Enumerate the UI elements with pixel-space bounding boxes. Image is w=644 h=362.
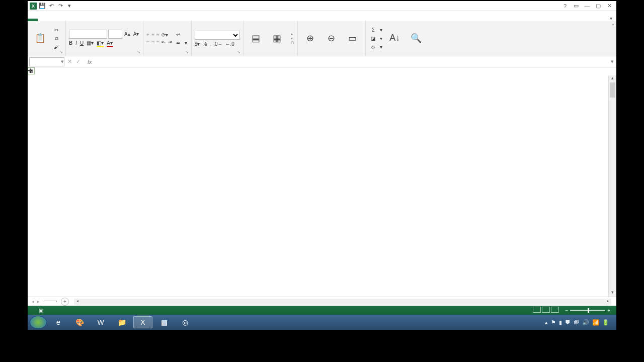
font-name-combo[interactable] [69,30,107,39]
format-as-table-button[interactable]: ▦ [268,32,287,46]
tray-battery-icon[interactable]: 🔋 [602,319,609,326]
scroll-left-icon[interactable]: ◂ [74,299,81,305]
clear-button[interactable]: ◇ ▾ [369,43,383,51]
enter-icon[interactable]: ✓ [76,58,80,65]
find-select-button[interactable]: 🔍 [407,32,426,46]
tray-icon[interactable]: ▴ [545,319,548,326]
comma-icon[interactable]: , [209,41,211,47]
indent-inc-icon[interactable]: ⇥ [168,39,172,45]
align-right-icon[interactable]: ≡ [156,39,159,45]
align-middle-icon[interactable]: ≡ [151,32,154,38]
scroll-thumb[interactable] [610,82,615,98]
taskbar-notepad-icon[interactable]: ▤ [154,316,174,328]
align-bottom-icon[interactable]: ≡ [156,32,159,38]
currency-icon[interactable]: $▾ [195,41,200,47]
format-button[interactable]: ▭ [343,32,362,46]
close-icon[interactable]: ✕ [605,3,613,10]
sheet-tab[interactable] [44,301,57,302]
zoom-in-icon[interactable]: + [607,308,610,313]
taskbar-word-icon[interactable]: W [91,316,110,328]
autosum-button[interactable]: Σ ▾ [369,26,383,34]
scroll-down-icon[interactable]: ▾ [609,290,616,297]
help-icon[interactable]: ? [561,3,569,10]
taskbar-paint-icon[interactable]: 🎨 [70,316,89,328]
collapse-ribbon-icon[interactable]: ˄ [610,21,616,56]
number-format-combo[interactable] [195,31,240,40]
excel-icon: X [30,3,37,10]
name-box[interactable]: ▾ [29,57,64,66]
font-size-combo[interactable] [108,30,122,39]
paste-button[interactable]: 📋 [31,32,50,46]
maximize-icon[interactable]: ▢ [594,3,602,10]
zoom-out-icon[interactable]: − [565,308,568,313]
account-name[interactable]: ▾ [610,16,616,21]
align-left-icon[interactable]: ≡ [146,39,149,45]
scroll-right-icon[interactable]: ▸ [604,299,611,305]
shrink-font-icon[interactable]: A▾ [132,30,140,38]
conditional-formatting-button[interactable]: ▤ [247,32,266,46]
cancel-icon[interactable]: ✕ [67,58,72,65]
launcher-icon[interactable]: ↘ [237,50,242,55]
tab-nav-last-icon[interactable]: ▸ [37,299,40,304]
percent-icon[interactable]: % [202,41,207,47]
orientation-icon[interactable]: ⟳▾ [162,32,168,38]
new-sheet-icon[interactable]: + [61,298,69,306]
tray-shield-icon[interactable]: ⛊ [565,319,571,325]
insert-button[interactable]: ⊕ [301,32,320,46]
view-buttons[interactable] [532,307,559,314]
taskbar-explorer-icon[interactable]: 📁 [112,316,131,328]
sort-filter-button[interactable]: A↓ [385,32,405,45]
window-controls: ? ▭ — ▢ ✕ [561,3,616,10]
italic-button[interactable]: I [75,40,77,47]
launcher-icon[interactable]: ↘ [59,50,64,55]
qat-dropdown-icon[interactable]: ▾ [66,3,73,10]
minimize-icon[interactable]: — [583,3,591,10]
indent-dec-icon[interactable]: ⇤ [162,39,166,45]
inc-decimal-icon[interactable]: .0→ [213,41,222,47]
font-color-button[interactable]: A▾ [107,40,113,47]
redo-icon[interactable]: ↷ [57,3,64,10]
undo-icon[interactable]: ↶ [48,3,55,10]
grow-font-icon[interactable]: A▴ [123,30,131,38]
tray-network-icon[interactable]: ▮ [559,319,562,326]
gallery-more-icon[interactable]: ⊟ [291,41,294,45]
gallery-up-icon[interactable]: ▴ [291,32,294,36]
bold-button[interactable]: B [69,40,72,47]
tab-nav-first-icon[interactable]: ◂ [32,299,34,304]
tray-power-icon[interactable]: 🗊 [574,319,579,325]
fill-button[interactable]: ◪ ▾ [369,35,383,43]
launcher-icon[interactable]: ↘ [137,50,142,55]
launcher-icon[interactable]: ↘ [185,50,190,55]
ribbon-options-icon[interactable]: ▭ [572,3,580,10]
wrap-text-button[interactable]: ↩ [174,30,188,38]
dec-decimal-icon[interactable]: ←.0 [225,41,234,47]
start-button[interactable] [30,316,47,329]
group-alignment: ≡ ≡ ≡ ⟳▾ ≡ ≡ ≡ ⇤ ⇥ ↩ ⬌ ▾ [143,21,192,56]
border-button[interactable]: ▦▾ [87,40,94,47]
horizontal-scrollbar[interactable]: ◂ ▸ [74,299,611,305]
fill-color-button[interactable]: ◧▾ [97,40,104,47]
cut-button[interactable]: ✂ [52,26,62,34]
zoom-control[interactable]: − + [565,308,612,313]
tray-flag-icon[interactable]: ⚑ [551,319,556,326]
tray-volume-icon[interactable]: 🔊 [582,319,589,326]
align-center-icon[interactable]: ≡ [151,39,154,45]
worksheet-grid[interactable]: ▦ ✛ ▴ ▾ [28,67,616,297]
zoom-slider[interactable] [570,310,605,311]
save-icon[interactable]: 💾 [39,3,46,10]
delete-button[interactable]: ⊖ [322,32,341,46]
macro-record-icon[interactable]: ▣ [39,308,43,313]
copy-button[interactable]: ⧉ [52,35,62,43]
taskbar-excel-icon[interactable]: X [133,316,152,328]
scroll-up-icon[interactable]: ▴ [609,75,616,82]
align-top-icon[interactable]: ≡ [146,32,149,38]
gallery-down-icon[interactable]: ▾ [291,36,294,41]
expand-formula-bar-icon[interactable]: ▾ [608,58,616,65]
taskbar-chrome-icon[interactable]: ◎ [176,316,195,328]
fx-icon[interactable]: fx [84,59,96,65]
tray-wifi-icon[interactable]: 📶 [592,319,599,326]
merge-center-button[interactable]: ⬌ ▾ [174,39,188,47]
taskbar-ie-icon[interactable]: e [49,316,68,328]
underline-button[interactable]: U [80,40,84,47]
vertical-scrollbar[interactable]: ▴ ▾ [608,75,616,297]
